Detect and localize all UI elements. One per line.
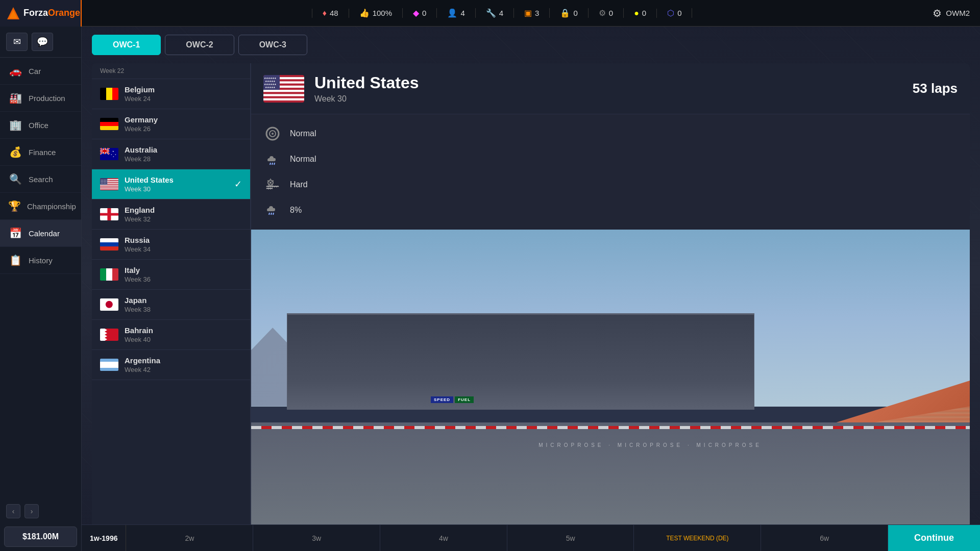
race-item-argentina[interactable]: Argentina Week 42: [92, 350, 250, 380]
race-info-belgium: Belgium Week 24: [125, 85, 242, 103]
svg-text:★: ★: [112, 150, 114, 153]
race-item-australia[interactable]: ★ ★ ★ ★ Australia Week 28: [92, 139, 250, 169]
signage: SPEED FUEL: [431, 396, 474, 403]
condition-weather-label: Normal: [290, 155, 316, 164]
badge-icon: ▣: [524, 8, 532, 18]
race-item-bahrain[interactable]: Bahrain Week 40: [92, 320, 250, 350]
svg-text:★★★★★★: ★★★★★★: [101, 182, 110, 184]
tab-owc2[interactable]: OWC-2: [165, 35, 234, 55]
svg-rect-22: [100, 188, 118, 189]
shield-icon: ⬡: [667, 8, 674, 18]
detail-title-area: United States Week 30: [314, 73, 419, 104]
race-item-us[interactable]: ★★★★★★ ★★★★★ ★★★★★★ United States Week 3…: [92, 169, 250, 199]
calendar-icon: 📅: [8, 227, 22, 239]
sidebar-item-production[interactable]: 🏭 Production: [0, 85, 81, 112]
race-item-germany[interactable]: Germany Week 26: [92, 109, 250, 139]
stat-coin: ● 0: [624, 9, 657, 18]
svg-rect-36: [263, 98, 304, 100]
flag-england: [100, 208, 118, 220]
mail-button[interactable]: ✉: [6, 33, 28, 51]
race-item-belgium[interactable]: Belgium Week 24: [92, 79, 250, 109]
sidebar-item-car[interactable]: 🚗 Car: [0, 58, 81, 85]
pit-building: [287, 313, 754, 410]
stat-diamonds: ♦ 48: [312, 9, 349, 18]
sidebar-item-production-label: Production: [29, 94, 65, 103]
boost-icon: 👍: [359, 8, 370, 18]
race-selected-check: ✓: [234, 179, 242, 190]
race-item-russia[interactable]: Russia Week 34: [92, 230, 250, 260]
condition-rain: 8%: [263, 201, 958, 219]
coin-icon: ●: [634, 9, 639, 18]
track-signage-microprose: MICROPROSE · MICROPROSE · MICROPROSE: [538, 442, 762, 448]
wrench-icon: 🔧: [486, 8, 496, 18]
sidebar-item-search[interactable]: 🔍 Search: [0, 166, 81, 193]
condition-wind-label: Hard: [290, 180, 308, 189]
logo-icon: [6, 6, 20, 20]
race-info-russia: Russia Week 34: [125, 236, 242, 253]
sidebar-item-finance[interactable]: 💰 Finance: [0, 139, 81, 166]
balance-button[interactable]: $181.00M: [4, 527, 77, 547]
stat-wrench: 🔧 4: [476, 8, 514, 18]
svg-line-46: [272, 163, 273, 165]
flag-us: ★★★★★★ ★★★★★ ★★★★★★: [100, 178, 118, 190]
chat-button[interactable]: 💬: [32, 33, 53, 51]
production-icon: 🏭: [8, 92, 22, 104]
svg-rect-21: [100, 187, 118, 188]
week-marker-2w: 2w: [126, 525, 253, 551]
stat-pink: ◆ 0: [403, 8, 437, 18]
office-icon: 🏢: [8, 119, 22, 131]
tabs-bar: OWC-1 OWC-2 OWC-3: [82, 27, 980, 63]
sign-2: FUEL: [455, 396, 474, 403]
arrow-left-button[interactable]: ‹: [6, 504, 20, 518]
car-icon: 🚗: [8, 65, 22, 77]
top-bar: ForzaOrange ♦ 48 👍 100% ◆ 0 👤 4 🔧 4 ▣ 3 …: [0, 0, 980, 27]
race-week-russia: Week 34: [125, 245, 242, 253]
tab-owc1[interactable]: OWC-1: [92, 35, 161, 55]
continue-button[interactable]: Continue: [888, 525, 980, 551]
sidebar-item-calendar[interactable]: 📅 Calendar: [0, 220, 81, 247]
current-week-label: 1w-1996: [90, 534, 117, 542]
history-icon: 📋: [8, 254, 22, 266]
race-item-italy[interactable]: Italy Week 36: [92, 260, 250, 290]
settings-icon[interactable]: ⚙: [933, 7, 942, 19]
sidebar-item-finance-label: Finance: [29, 148, 56, 157]
weather-icon: [263, 150, 282, 168]
user-area: ⚙ OWM2: [922, 7, 980, 19]
week-marker-4w: 4w: [380, 525, 507, 551]
sidebar-arrows: ‹ ›: [0, 500, 81, 522]
race-name-belgium: Belgium: [125, 85, 242, 94]
flag-italy: [100, 268, 118, 281]
stat-badge: ▣ 3: [514, 8, 550, 18]
sidebar-item-championship[interactable]: 🏆 Championship: [0, 193, 81, 220]
sidebar-item-office[interactable]: 🏢 Office: [0, 112, 81, 139]
svg-line-52: [273, 213, 274, 215]
stat-lock: 🔒 0: [550, 8, 588, 18]
race-item-japan[interactable]: Japan Week 38: [92, 290, 250, 320]
sidebar-item-history[interactable]: 📋 History: [0, 247, 81, 274]
race-name-germany: Germany: [125, 115, 242, 124]
current-week-indicator: 1w-1996: [82, 525, 126, 551]
race-name-italy: Italy: [125, 266, 242, 274]
top-bar-stats: ♦ 48 👍 100% ◆ 0 👤 4 🔧 4 ▣ 3 🔒 0 ⚙ 0: [82, 8, 922, 18]
sidebar-item-championship-label: Championship: [27, 202, 76, 211]
svg-line-51: [271, 213, 272, 215]
flag-japan: [100, 298, 118, 311]
tire-icon: [263, 124, 282, 143]
svg-point-49: [270, 182, 272, 184]
tab-owc3[interactable]: OWC-3: [238, 35, 307, 55]
week-marker-test: TEST WEEKEND (DE): [634, 525, 761, 551]
svg-point-44: [272, 133, 274, 135]
detail-country: United States: [314, 73, 419, 92]
race-name-bahrain: Bahrain: [125, 326, 242, 335]
arrow-right-button[interactable]: ›: [24, 504, 39, 518]
week-marker-6w: 6w: [761, 525, 888, 551]
race-item-england[interactable]: England Week 32: [92, 199, 250, 230]
svg-rect-35: [263, 94, 304, 96]
championship-icon: 🏆: [8, 200, 21, 212]
svg-text:★: ★: [115, 154, 116, 156]
detail-week: Week 30: [314, 94, 419, 104]
detail-track: SPEED FUEL MICROPROSE · MICROPROSE · MIC…: [251, 230, 970, 551]
flag-bahrain: [100, 329, 118, 341]
flag-australia: ★ ★ ★ ★: [100, 148, 118, 160]
svg-text:★: ★: [113, 156, 114, 158]
